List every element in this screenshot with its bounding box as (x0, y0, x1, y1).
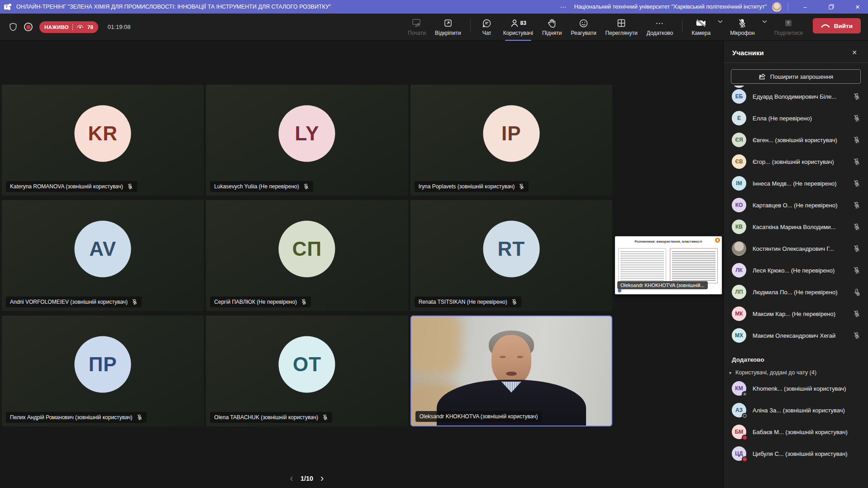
chat-icon (482, 18, 491, 28)
toolbar-separator (682, 19, 682, 33)
page-next-icon[interactable]: › (320, 474, 324, 483)
video-tile[interactable]: IP Iryna Poplavets (зовнішній користувач… (410, 85, 612, 196)
mic-button[interactable]: Мікрофон (725, 17, 759, 37)
video-tile[interactable]: LY Lukasevych Yuliia (Не перевірено) (206, 85, 408, 196)
video-tile[interactable]: ПР Пелих Андрій Романович (зовнішній кор… (2, 316, 204, 426)
participant-row[interactable]: ЕБ Едуард Володимирович Біле... (724, 86, 868, 107)
share-preview-thumbnail[interactable]: Розчинники: використання, властивості Ol… (615, 236, 722, 295)
share-invite-button[interactable]: Поширити запрошення (731, 69, 861, 84)
close-window-button[interactable]: ✕ (847, 0, 868, 14)
page-indicator: 1/10 (300, 475, 313, 482)
tile-nameplate: Olena TABACHUK (зовнішній користувач) (210, 412, 332, 423)
section-additional: Додатково (724, 346, 868, 366)
restore-button[interactable] (821, 0, 842, 14)
raise-hand-button[interactable]: Підняти (538, 17, 567, 37)
mic-blocked-icon (853, 288, 860, 296)
participant-row[interactable]: Е Елла (Не перевірено) (724, 107, 868, 129)
participant-avatar: OT (279, 336, 335, 392)
people-count: 83 (520, 20, 526, 26)
participant-avatar: ЕБ (732, 89, 746, 104)
participant-avatar: Е (732, 111, 746, 125)
minimize-button[interactable]: – (795, 0, 816, 14)
participants-list: ЕБ Едуард Володимирович Біле... Е (724, 86, 868, 346)
mic-muted-icon (127, 183, 133, 190)
tile-nameplate: Renata TSITSIKAN (Не перевірено) (415, 297, 521, 307)
video-tile[interactable]: OT Olena TABACHUK (зовнішній користувач) (206, 316, 408, 426)
chat-user-row[interactable]: ЦД Цибуля С... (зовнішній користувач) (724, 443, 868, 464)
slide-content-lines (670, 248, 718, 283)
more-button[interactable]: ⋯ Додатково (642, 17, 678, 37)
start-share-button[interactable]: Почати (403, 17, 430, 37)
mic-muted-icon (853, 180, 860, 187)
mic-muted-icon (853, 136, 860, 144)
mic-off-icon (738, 18, 747, 28)
mic-muted-icon (853, 332, 860, 340)
chat-user-row[interactable]: БМ Бабаєв М... (зовнішній користувач) (724, 421, 868, 443)
participant-row[interactable]: ЄВ Єгор... (зовнішній користувач) (724, 151, 868, 172)
screen-share-icon (412, 18, 422, 28)
video-tile[interactable]: СП Сергій ПАВЛЮК (Не перевірено) (206, 200, 408, 311)
share-screen-icon (784, 18, 793, 28)
raise-hand-icon (548, 18, 556, 28)
tile-nameplate: Kateryna ROMANOVA (зовнішній користувач) (6, 181, 137, 192)
user-avatar[interactable] (772, 2, 782, 12)
gallery-pagination: ‹ 1/10 › (290, 474, 324, 483)
slide-logo (618, 289, 621, 292)
close-panel-icon[interactable]: ✕ (850, 48, 859, 57)
video-tile[interactable]: KR Kateryna ROMANOVA (зовнішній користув… (2, 85, 204, 196)
participant-avatar: KR (75, 105, 131, 162)
mic-muted-icon (303, 183, 309, 190)
participant-row[interactable]: МК Максим Кар... (Не перевірено) (724, 303, 868, 325)
presenter-label: Oleksandr KHOKHOTVA (зовнішній... (617, 281, 708, 289)
unpin-button[interactable]: Відкріпити (430, 17, 466, 37)
mic-options-chevron-icon[interactable] (759, 20, 770, 23)
participant-avatar: IP (483, 105, 539, 162)
participant-row[interactable]: ЄЯ Євген... (зовнішній користувач) (724, 129, 868, 151)
camera-button[interactable]: Камера (687, 17, 715, 37)
participant-avatar: ЛК (732, 263, 746, 277)
video-tile[interactable]: Oleksandr KHOKHOTVA (зовнішній користува… (410, 316, 612, 426)
camera-options-chevron-icon[interactable] (715, 20, 725, 23)
mic-muted-icon (853, 115, 860, 122)
participant-row[interactable]: Костянтин Олександрович Г... (724, 238, 868, 259)
participant-row[interactable]: КВ Касаткіна Марина Володими... (724, 216, 868, 238)
share-button[interactable]: Поділитися (770, 17, 807, 37)
chat-button[interactable]: Чат (475, 17, 499, 37)
status-badge-blocked: × (742, 391, 748, 397)
chat-users-group-header[interactable]: ▾ Користувачі, додані до чату (4) (724, 366, 868, 378)
viewer-count: 78 (87, 24, 93, 30)
org-name: Національний технічний університет "Харк… (574, 4, 767, 10)
participant-row[interactable]: ІМ Іннеса Медв... (Не перевірено) (724, 172, 868, 194)
unpin-icon (444, 18, 453, 28)
participant-row[interactable]: ЛП Людмила По... (Не перевірено) (724, 281, 868, 303)
chat-user-row[interactable]: КМ × Khomenk... (зовнішній користувач) (724, 378, 868, 399)
status-badge-offline (742, 413, 748, 419)
participant-avatar: ЄВ (732, 154, 746, 169)
titlebar-more-icon[interactable]: ⋯ (558, 3, 569, 10)
status-badge-busy (742, 456, 748, 462)
participant-photo-avatar (732, 241, 746, 256)
participant-row[interactable]: МХ Максим Олександрович Хегай (724, 325, 868, 346)
webcam-video (411, 316, 611, 426)
panel-title: Учасники (732, 49, 764, 57)
leave-button[interactable]: Вийти (813, 18, 861, 33)
people-button[interactable]: 83 Користувачі (499, 17, 538, 37)
more-icon: ⋯ (655, 18, 664, 28)
video-tile[interactable]: RT Renata TSITSIKAN (Не перевірено) (410, 200, 612, 311)
participant-row[interactable]: ЛК Леся Крюко... (Не перевірено) (724, 259, 868, 281)
video-tile[interactable]: AV Andrii VORFOLOMEIEV (зовнішній корист… (2, 200, 204, 311)
view-button[interactable]: Переглянути (601, 17, 642, 37)
mic-muted-icon (132, 299, 138, 305)
react-button[interactable]: Реагувати (567, 17, 601, 37)
page-prev-icon[interactable]: ‹ (290, 474, 293, 483)
participant-avatar: ПР (75, 336, 131, 392)
shield-icon (9, 23, 17, 31)
participant-row[interactable]: КО Картавцев О... (Не перевірено) (724, 194, 868, 216)
mic-muted-icon (853, 245, 860, 253)
recording-indicator-icon (24, 23, 33, 31)
panel-divider (724, 62, 868, 63)
chat-user-row[interactable]: АЗ Аліна За... (зовнішній користувач) (724, 399, 868, 421)
participant-avatar: КМ × (732, 381, 746, 396)
smiley-icon (579, 18, 588, 28)
participant-avatar: КВ (732, 220, 746, 234)
